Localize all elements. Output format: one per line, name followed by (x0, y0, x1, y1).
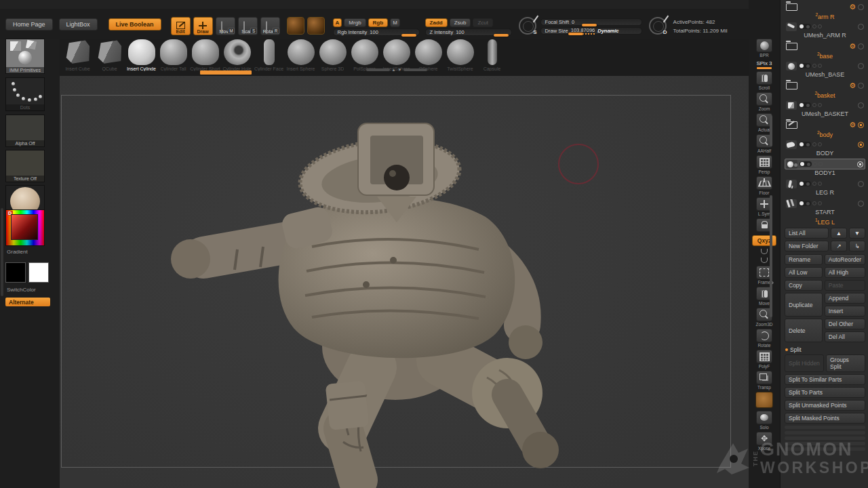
subtool-item[interactable]: ⚙ START (785, 198, 865, 217)
visibility-eye-icon[interactable] (858, 24, 864, 30)
palette-section-label[interactable] (785, 479, 865, 485)
paste-button[interactable]: Paste (825, 280, 865, 291)
split-similar-parts-button[interactable]: Split To Similar Parts (785, 374, 865, 385)
split-to-parts-button[interactable]: Split To Parts (785, 387, 865, 398)
sculpt-viewport[interactable] (60, 76, 749, 488)
main-color-swatch[interactable] (5, 262, 26, 283)
move-out-folder-button[interactable]: ↗ (831, 241, 847, 251)
append-button[interactable]: Append (825, 293, 865, 304)
rgb-intensity-slider[interactable]: Rgb Intensity 100 (333, 28, 420, 36)
shelf-scrollbar[interactable] (770, 195, 772, 317)
visibility-eye-icon[interactable] (858, 102, 864, 108)
brush-thumbnail[interactable]: Cylinder Face (254, 39, 284, 76)
subtool-item[interactable]: ⚙ UMesh_BASE (785, 60, 865, 79)
shelf-button[interactable]: L.Sym (749, 197, 780, 216)
draw-button[interactable]: Draw (193, 17, 213, 35)
del-all-button[interactable]: Del All (825, 331, 865, 342)
zsub-toggle[interactable]: Zsub (450, 18, 471, 27)
shelf-button[interactable]: SPix 3 (749, 60, 780, 69)
strip-scrollbar[interactable]: ▲▼ (366, 68, 427, 72)
shelf-button[interactable]: Qxyz (749, 235, 780, 246)
copy-button[interactable]: Copy (785, 280, 823, 291)
move-button[interactable]: M Move (216, 17, 235, 35)
split-unmasked-points-button[interactable]: Split Unmasked Points (785, 400, 865, 411)
section-bar[interactable] (785, 447, 865, 451)
brush-thumbnail[interactable]: Cylinder Tall (158, 39, 189, 76)
section-bar[interactable] (785, 431, 865, 434)
subtool-item[interactable]: ⚙ BODY1 (785, 159, 865, 178)
slider-handle[interactable] (401, 34, 416, 37)
shelf-button[interactable]: PolyF (749, 350, 780, 369)
color-picker[interactable]: D (5, 209, 45, 246)
rotate-button[interactable]: R Rotate (260, 17, 280, 35)
mrgb-toggle[interactable]: Mrgb (344, 18, 366, 27)
slider-handle[interactable] (494, 34, 509, 37)
slider-handle[interactable] (582, 24, 597, 26)
visibility-eye-icon[interactable] (858, 83, 864, 89)
alpha-picker-thumbnail[interactable] (307, 17, 325, 35)
subtool-item[interactable]: ⚙ 1LEG L (785, 218, 865, 226)
palette-section-label[interactable] (785, 461, 865, 467)
shelf-button[interactable]: Floor (749, 176, 780, 195)
m-toggle[interactable]: M (390, 18, 400, 27)
focal-shift-slider[interactable]: Focal Shift 0 (540, 18, 642, 26)
brush-thumbnail[interactable]: QCube (94, 39, 125, 76)
brush-thumbnail[interactable]: Capsule (477, 39, 507, 76)
slider-handle[interactable] (568, 33, 583, 35)
delete-button[interactable]: Delete (785, 319, 823, 342)
shelf-scrollbar[interactable] (770, 115, 772, 146)
subtool-item[interactable]: ⚙ 2body (785, 119, 865, 138)
scale-button[interactable]: S Scale (238, 17, 258, 35)
a-toggle[interactable]: A (333, 18, 342, 27)
texture-off-thumbnail[interactable]: Texture Off (5, 150, 45, 182)
gear-icon[interactable]: ⚙ (849, 121, 856, 128)
rename-button[interactable]: Rename (785, 254, 823, 265)
shelf-button[interactable]: AAHalf (749, 134, 780, 153)
shelf-button[interactable] (749, 392, 780, 409)
section-bar[interactable] (785, 436, 865, 440)
subtool-item[interactable]: ⚙ 2basket (785, 80, 865, 99)
list-all-button[interactable]: List All (785, 228, 829, 239)
section-bar[interactable] (785, 442, 865, 445)
move-into-folder-button[interactable]: ↳ (849, 241, 865, 251)
shelf-button[interactable]: Scroll (749, 71, 780, 90)
brush-thumbnail[interactable]: Insert Sphere (285, 39, 316, 76)
subtool-item[interactable]: ⚙ UMesh_BASKET (785, 100, 865, 119)
brush-thumbnail[interactable]: Sphere 3D (317, 39, 348, 76)
visibility-eye-icon[interactable] (858, 201, 864, 207)
visibility-eye-icon[interactable] (858, 122, 864, 128)
color-picker-inner-square[interactable] (11, 214, 38, 240)
del-other-button[interactable]: Del Other (825, 319, 865, 329)
insert-button[interactable]: Insert (825, 306, 865, 317)
shelf-button[interactable] (749, 248, 780, 256)
alternate-button[interactable]: Alternate (5, 298, 50, 306)
gear-icon[interactable]: ⚙ (849, 3, 856, 10)
lightbox-button[interactable]: LightBox (59, 18, 98, 30)
visibility-eye-icon[interactable] (858, 181, 864, 187)
subtool-item[interactable]: ⚙ UMesh_ARM R (785, 21, 865, 40)
shelf-button[interactable]: Transp (749, 371, 780, 390)
visibility-eye-icon[interactable] (858, 43, 864, 49)
alpha-off-thumbnail[interactable]: Alpha Off (5, 115, 45, 147)
shelf-button[interactable]: Frame (749, 266, 780, 285)
section-bar[interactable] (785, 426, 865, 429)
shelf-button[interactable]: Xpose (749, 432, 780, 451)
left-scrollbar[interactable] (1, 208, 3, 296)
visibility-eye-icon[interactable] (858, 4, 864, 10)
brush-thumbnail[interactable]: Insert Cylinde (126, 39, 157, 76)
home-page-button[interactable]: Home Page (5, 18, 53, 30)
subtool-item[interactable]: ⚙ LEG R (785, 178, 865, 197)
stroke-picker-thumbnail[interactable] (287, 17, 304, 35)
shelf-button[interactable]: Rotate (749, 329, 780, 348)
palette-section-label[interactable] (785, 485, 865, 488)
palette-section-label[interactable] (785, 455, 865, 461)
autoreorder-button[interactable]: AutoReorder (825, 254, 865, 265)
shelf-button[interactable]: Zoom3D (749, 308, 780, 327)
split-hidden-button[interactable]: Split Hidden (785, 354, 824, 372)
gear-icon[interactable]: ⚙ (849, 43, 856, 49)
move-down-button[interactable]: ▼ (849, 228, 865, 239)
shelf-button[interactable]: Persp (749, 155, 780, 174)
all-low-button[interactable]: All Low (785, 267, 823, 278)
z-intensity-slider[interactable]: Z Intensity 100 (425, 28, 512, 36)
stroke-dots-thumbnail[interactable]: Dots (5, 77, 45, 111)
